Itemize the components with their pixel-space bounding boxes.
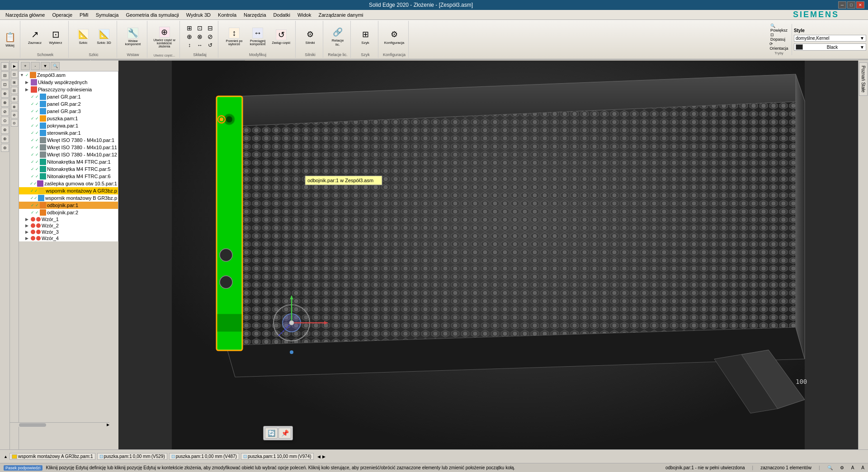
lt2-3[interactable]: ⊞ — [11, 79, 18, 86]
menu-geometria[interactable]: Geometria dla symulacji — [122, 11, 182, 19]
cp-scroll-right[interactable]: ▶ — [322, 454, 326, 459]
skladaj-btn9[interactable]: ↺ — [205, 41, 215, 49]
left-tool-2[interactable]: ⊟ — [1, 71, 9, 80]
orientacja-btn[interactable]: ⟳ Orientacja — [770, 42, 788, 50]
left-tool-5[interactable]: ⊗ — [1, 99, 9, 107]
ft-wzor2[interactable]: ▶ Wzór_2 — [19, 222, 118, 229]
ft-wzor1[interactable]: ▶ Wzór_1 — [19, 216, 118, 222]
h-scrollbar[interactable]: ▶ — [10, 422, 109, 427]
menu-pmi[interactable]: PMI — [76, 11, 92, 19]
skladaj-btn5[interactable]: ⊗ — [195, 33, 205, 41]
cp-scroll-left[interactable]: ◀ — [317, 454, 321, 459]
zaznacz-btn[interactable]: ↗ Zaznacz — [25, 23, 45, 50]
skladaj-btn8[interactable]: ↔ — [195, 41, 205, 49]
status-icon-1[interactable]: 🔍 — [827, 465, 833, 470]
right-tab-poznan[interactable]: Poznań Stałe — [859, 62, 868, 96]
left-tool-4[interactable]: ⊕ — [1, 90, 9, 98]
menu-narzedzia[interactable]: Narzędzia — [240, 11, 270, 19]
lt2-1[interactable]: ▶ — [11, 62, 18, 70]
ft-nitonakretka5[interactable]: ✓ ✓ Nitonakrętka M4 FTRC.par:5 — [19, 165, 118, 173]
skladaj-btn2[interactable]: ⊡ — [195, 24, 205, 32]
cp-rel-3[interactable]: ⊡ puszka.pam:1 10,00 mm (V974) — [241, 453, 314, 460]
silniki-btn[interactable]: ⚙ Silniki — [300, 23, 320, 50]
left-tool-10[interactable]: ⊜ — [1, 144, 9, 152]
powieksz-obszar-btn[interactable]: 🔍 Powiększ — [770, 24, 788, 32]
skladaj-btn6[interactable]: ⊘ — [205, 33, 215, 41]
dopasuj-btn[interactable]: ⊡ Dopasuj — [770, 33, 788, 41]
close-button[interactable]: ✕ — [856, 1, 864, 9]
menu-operacje[interactable]: Operacje — [48, 11, 76, 19]
ft-panel-gr1[interactable]: ✓ ✓ panel GR.par:1 — [19, 93, 118, 100]
ft-wzor3[interactable]: ▶ Wzór_3 — [19, 229, 118, 235]
zastap-czesc-btn[interactable]: ↺ Zastąp część — [270, 23, 292, 50]
ft-wkret11[interactable]: ✓ ✓ Wkręt ISO 7380 - M4x10.par:11 — [19, 144, 118, 151]
lt2-8[interactable]: ⊙ — [11, 119, 18, 127]
skladaj-btn1[interactable]: ⊞ — [184, 24, 194, 32]
tree-btn-collapse[interactable]: - — [31, 62, 40, 70]
menu-kontrola[interactable]: Kontrola — [214, 11, 240, 19]
ft-panel-gr3[interactable]: ✓ ✓ panel GR.par:3 — [19, 108, 118, 115]
ft-wspornik-a[interactable]: ✓ ✓ wspornik montażowy A GR3bz.p — [19, 187, 118, 194]
szkic3d-btn[interactable]: 📐 Szkic 3D — [94, 23, 114, 50]
cp-rel-2[interactable]: ⊡ puszka.pam:1 0,00 mm (V487) — [169, 453, 239, 460]
left-tool-6[interactable]: ⊘ — [1, 108, 9, 116]
konfiguracja-btn[interactable]: ⚙ Konfiguracja — [384, 23, 404, 50]
lt2-4[interactable]: ⊟ — [11, 87, 18, 94]
mini-btn-rotate[interactable]: 🔄 — [265, 428, 278, 439]
status-icon-3[interactable]: A — [851, 465, 854, 470]
cp-wspornik-a[interactable]: wspornik montażowy A GR3bz.pam:1 — [9, 453, 95, 460]
lt2-7[interactable]: ⊘ — [11, 111, 18, 118]
mini-btn-pin[interactable]: 📌 — [278, 428, 291, 439]
menu-dodatki[interactable]: Dodatki — [270, 11, 294, 19]
przenieś-wyborze-btn[interactable]: ↕ Przenieś po wyborze — [223, 23, 245, 50]
ft-pokrywa1[interactable]: ✓ ✓ pokrywa.par:1 — [19, 122, 118, 129]
skladaj-btn4[interactable]: ⊕ — [184, 33, 194, 41]
ft-root[interactable]: ▼ ✓ Zespół3.asm — [19, 71, 118, 79]
tree-btn-filter[interactable]: ▼ — [41, 62, 50, 70]
cp-rel-1[interactable]: ⊡ puszka.pam:1 0,00 mm (V529) — [97, 453, 167, 460]
left-tool-9[interactable]: ⊛ — [1, 135, 9, 143]
h-scrollbar-thumb[interactable] — [19, 423, 46, 427]
ft-nitonakretka1[interactable]: ✓ ✓ Nitonakrętka M4 FTRC.par:1 — [19, 158, 118, 165]
viewport[interactable]: odbojnik.par:1 w Zespół3.asm 100 🔄 📌 — [118, 61, 858, 449]
tree-btn-search[interactable]: 🔍 — [51, 62, 60, 70]
szyk-btn[interactable]: ⊞ Szyk — [355, 23, 375, 50]
relacje-btn[interactable]: 🔗 Relacje lic. — [328, 23, 348, 50]
ft-uklady[interactable]: ▶ Układy współrzędnych — [19, 79, 118, 86]
menu-wydruk3d[interactable]: Wydruk 3D — [183, 11, 214, 19]
lt2-2[interactable]: ⊡ — [11, 71, 18, 78]
ft-odbojnik1[interactable]: ✓ ✓ odbojnik.par:1 — [19, 202, 118, 209]
menu-narzedzia-glowne[interactable]: Narzędzia główne — [2, 11, 48, 19]
skladaj-btn3[interactable]: ⊟ — [205, 24, 215, 32]
utworz-czesc-btn[interactable]: ⊕ Utwórz część w kontekście złożenia — [152, 24, 177, 51]
ft-odbojnik2[interactable]: ✓ ✓ odbojnik.par:2 — [19, 209, 118, 216]
minimize-button[interactable]: ─ — [838, 1, 846, 9]
h-scroll-right[interactable]: ▶ — [107, 423, 109, 427]
status-icon-4[interactable]: A — [861, 465, 864, 470]
ft-wkret1[interactable]: ✓ ✓ Wkręt ISO 7380 - M4x10.par:1 — [19, 137, 118, 144]
left-tool-8[interactable]: ⊚ — [1, 126, 9, 134]
wstaw-komponent-btn[interactable]: 🔧 Wstaw komponent — [122, 23, 144, 50]
left-tool-1[interactable]: ⊞ — [1, 62, 9, 71]
menu-widok[interactable]: Widok — [294, 11, 315, 19]
tree-btn-expand[interactable]: + — [21, 62, 30, 70]
menu-symulacja[interactable]: Symulacja — [92, 11, 123, 19]
menu-zarzadzanie[interactable]: Zarządzanie danymi — [315, 11, 367, 19]
left-tool-3[interactable]: ⊡ — [1, 80, 9, 89]
ft-puszka1[interactable]: ✓ ✓ puszka.pam:1 — [19, 115, 118, 122]
ft-zalepka1[interactable]: ✓ ✓ zaślepka gumowa otw 10.5.par:1 — [19, 180, 118, 187]
cp-expand[interactable]: ▲ — [4, 454, 8, 459]
ft-wkret12[interactable]: ✓ ✓ Wkręt ISO 7380 - M4x10.par:12 — [19, 151, 118, 158]
ft-sterownik1[interactable]: ✓ ✓ sterownik.par:1 — [19, 129, 118, 137]
wybierz-btn[interactable]: ⊡ Wybierz — [46, 23, 66, 50]
maximize-button[interactable]: □ — [847, 1, 855, 9]
ft-nitonakretka6[interactable]: ✓ ✓ Nitonakrętka M4 FTRC.par:6 — [19, 173, 118, 180]
ft-panel-gr2[interactable]: ✓ ✓ panel GR.par:2 — [19, 100, 118, 108]
szkic-btn[interactable]: 📐 Szkic — [73, 23, 93, 50]
ribbon-btn-wklej[interactable]: 📋Wklej — [2, 26, 18, 53]
style-dropdown1[interactable]: domyślne,Kernel ▼ — [794, 35, 866, 42]
status-icon-2[interactable]: ⚙ — [840, 465, 844, 470]
style-dropdown2[interactable]: Black ▼ — [794, 43, 866, 51]
przeciagnij-btn[interactable]: ↔ Przeciągnij komponent — [246, 23, 269, 50]
ft-plaszczyzny[interactable]: ▶ Płaszczyzny odniesienia — [19, 86, 118, 93]
